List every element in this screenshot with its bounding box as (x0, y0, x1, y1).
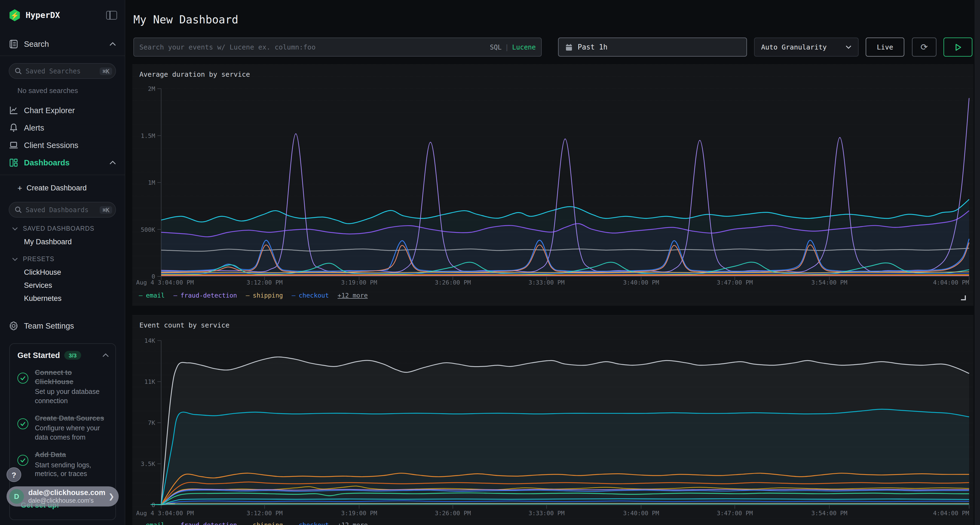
legend-more-link[interactable]: +12 more (337, 521, 368, 525)
get-started-progress-badge: 3/3 (64, 351, 81, 360)
create-dashboard-label: Create Dashboard (27, 184, 87, 192)
saved-dashboards-search[interactable]: ⌘K (9, 202, 116, 217)
help-button[interactable]: ? (6, 467, 21, 482)
legend-label: checkout (299, 292, 329, 299)
y-tick-label: 500K (141, 226, 156, 233)
presets-header[interactable]: PRESETS (0, 252, 125, 265)
dashboards-icon (9, 158, 19, 168)
get-started-item-desc: Configure where your data comes from (35, 424, 107, 442)
legend-item-shipping[interactable]: —shipping (246, 292, 283, 299)
page-title: My New Dashboard (134, 13, 238, 26)
get-started-title: Get Started (18, 351, 60, 360)
sidebar-item-team-settings[interactable]: Team Settings (0, 318, 125, 334)
x-tick-label: 3:12:00 PM (247, 279, 283, 286)
x-tick-label: 3:54:00 PM (811, 279, 847, 286)
legend-label: email (146, 521, 165, 525)
sidebar-item-label: Chart Explorer (24, 106, 116, 115)
y-tick-label: 2M (148, 86, 156, 92)
chevron-down-icon (846, 45, 851, 49)
legend-item-checkout[interactable]: —checkout (291, 292, 329, 299)
legend-swatch: — (173, 521, 177, 525)
panel-resize-handle[interactable] (961, 295, 966, 300)
legend-label: shipping (253, 521, 283, 525)
chevron-down-icon (12, 257, 18, 261)
live-button[interactable]: Live (865, 38, 904, 57)
legend-item-fraud-detection[interactable]: —fraud-detection (173, 521, 237, 525)
x-tick-label: 3:33:00 PM (529, 510, 565, 517)
get-started-item-desc: Set up your database connection (35, 388, 107, 405)
get-started-item-title: Add Data (35, 450, 107, 460)
sql-toggle[interactable]: SQL (490, 43, 501, 51)
lucene-toggle[interactable]: Lucene (512, 43, 536, 51)
chart-svg: 14K11K7K3.5K0Aug 4 3:04:00 PM3:12:00 PM3… (132, 315, 974, 525)
legend-item-fraud-detection[interactable]: —fraud-detection (173, 292, 237, 299)
saved-dashboards-header[interactable]: SAVED DASHBOARDS (0, 222, 125, 235)
legend-item-checkout[interactable]: —checkout (291, 521, 329, 525)
sidebar-item-alerts[interactable]: Alerts (0, 119, 125, 136)
sidebar-section-search[interactable]: Search (0, 36, 125, 52)
chart-legend: —email—fraud-detection—shipping—checkout… (139, 292, 368, 299)
legend-swatch: — (173, 292, 177, 299)
get-started-item[interactable]: Connect to ClickHouse Set up your databa… (18, 368, 109, 405)
time-range-value: Past 1h (578, 43, 608, 51)
refresh-button[interactable]: ⟳ (912, 38, 937, 57)
event-search-input[interactable] (139, 43, 490, 51)
legend-swatch: — (291, 521, 295, 525)
sidebar: ⚡ HyperDX Search ⌘K No saved searches Ch… (0, 0, 125, 525)
app-title: HyperDX (25, 10, 106, 20)
chevron-right-icon: ❯ (108, 492, 115, 501)
saved-dashboards-input[interactable] (25, 206, 100, 214)
sidebar-item-clickhouse[interactable]: ClickHouse (0, 265, 125, 279)
check-circle-icon (18, 455, 28, 466)
time-range-picker[interactable]: Past 1h (558, 38, 747, 57)
x-tick-label: 3:54:00 PM (811, 510, 847, 517)
x-tick-label: 4:04:00 PM (933, 510, 969, 517)
preset-link-label: ClickHouse (24, 268, 61, 276)
avatar: D (9, 489, 24, 504)
series-line-series-blue-dark (161, 273, 969, 274)
legend-more-link[interactable]: +12 more (337, 292, 368, 299)
legend-swatch: — (246, 292, 250, 299)
get-started-item[interactable]: Create Data Sources Configure where your… (18, 414, 109, 442)
divider (0, 174, 125, 175)
saved-dashboards-header-label: SAVED DASHBOARDS (23, 225, 94, 232)
granularity-select[interactable]: Auto Granularity (754, 38, 859, 57)
chart-panel-event-count: Event count by service 14K11K7K3.5K0Aug … (132, 315, 974, 525)
legend-item-shipping[interactable]: —shipping (246, 521, 283, 525)
user-menu[interactable]: D dale@clickhouse.com dale@clickhouse.co… (6, 486, 119, 506)
legend-item-email[interactable]: —email (139, 292, 165, 299)
legend-swatch: — (291, 292, 295, 299)
x-tick-label: Aug 4 3:04:00 PM (136, 279, 194, 286)
sidebar-item-services[interactable]: Services (0, 279, 125, 292)
sidebar-item-my-dashboard[interactable]: My Dashboard (0, 235, 125, 248)
shortcut-badge: ⌘K (100, 67, 112, 75)
sidebar-item-client-sessions[interactable]: Client Sessions (0, 136, 125, 154)
saved-searches-search[interactable]: ⌘K (9, 63, 116, 79)
get-started-item[interactable]: Add Data Start sending logs, metrics, or… (18, 450, 109, 478)
event-search-box[interactable]: SQL|Lucene (134, 38, 542, 57)
main-content: My New Dashboard SQL|Lucene Past 1h Auto… (125, 0, 980, 525)
sidebar-item-chart-explorer[interactable]: Chart Explorer (0, 102, 125, 119)
legend-item-email[interactable]: —email (139, 521, 165, 525)
check-circle-icon (18, 373, 28, 384)
team-settings-label: Team Settings (24, 322, 116, 330)
sidebar-item-dashboards[interactable]: Dashboards (0, 154, 125, 171)
legend-label: shipping (253, 292, 283, 299)
divider (0, 56, 125, 56)
scrollbar-track[interactable] (975, 0, 980, 525)
sidebar-item-kubernetes[interactable]: Kubernetes (0, 292, 125, 305)
saved-searches-input[interactable] (25, 67, 100, 75)
chevron-up-icon[interactable] (102, 353, 109, 357)
sidebar-collapse-icon[interactable] (106, 11, 117, 20)
search-section-label: Search (24, 40, 110, 48)
x-tick-label: 3:26:00 PM (435, 279, 471, 286)
gear-icon (9, 321, 19, 331)
y-tick-label: 0 (152, 501, 155, 508)
logo-row: ⚡ HyperDX (0, 3, 125, 27)
chevron-up-icon (110, 160, 116, 165)
sidebar-item-label: Client Sessions (24, 141, 116, 150)
user-org: dale@clickhouse.com's (28, 497, 108, 504)
run-query-button[interactable] (943, 38, 972, 57)
legend-label: email (146, 292, 165, 299)
create-dashboard-button[interactable]: + Create Dashboard (0, 181, 125, 195)
